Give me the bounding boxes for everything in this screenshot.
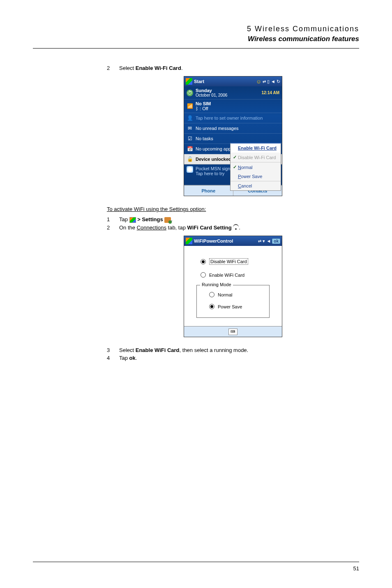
owner-icon: 👤 (187, 115, 193, 121)
step-number: 2 (107, 225, 119, 231)
checkmark-icon: ✓ (233, 155, 238, 160)
keyboard-icon[interactable]: ⌨ (228, 329, 238, 335)
titlebar-text: Start (194, 79, 256, 84)
msn-icon (187, 166, 193, 173)
step-text: Tap > Settings . (119, 216, 359, 223)
section-title: Wireless communication features (33, 35, 359, 43)
wifi-fan-icon (233, 225, 239, 231)
checkmark-icon: ✓ (233, 164, 238, 170)
step-text: Select Enable Wi-Fi Card. (119, 65, 359, 71)
clock-icon: ⏱ (187, 90, 193, 96)
radio-label: Enable WiFi Card (209, 273, 244, 278)
status-icons: ☺ ⇄ ▯ ◄ ↻ (256, 79, 280, 85)
speaker-icon: ◄ (271, 79, 275, 84)
wm-today-screen: Start ☺ ⇄ ▯ ◄ ↻ ⏱ Sunday October 01, 200… (184, 76, 282, 196)
sync-arrows-icon: ↻ (277, 79, 280, 84)
bluetooth-icon: ᛒ (196, 106, 198, 111)
calendar-icon: 📅 (187, 146, 193, 152)
ok-button[interactable]: ok (272, 238, 280, 244)
subsection-title: To activate WiFi using the Settings opti… (107, 206, 359, 212)
wpc-titlebar: WiFiPowerControl ⇄ ▾ ◄ ok (184, 236, 282, 246)
radio-icon[interactable] (201, 272, 206, 278)
radio-enable-wifi[interactable]: Enable WiFi Card (192, 272, 274, 278)
substep-2: 2 On the Connections tab, tap WiFi Card … (107, 225, 359, 231)
messages-row[interactable]: ✉ No unread messages (184, 123, 282, 134)
wifi-context-menu: Enable Wi-Fi Card ✓Disable Wi-Fi Card ✓N… (230, 143, 281, 191)
wpc-title-text: WiFiPowerControl (194, 238, 258, 243)
wpc-body: Disable WiFi Card Enable WiFi Card Runni… (184, 246, 282, 326)
bt-status: ᛒ : Off (196, 106, 279, 111)
status-icons: ⇄ ▾ ◄ ok (258, 238, 280, 244)
messages-text: No unread messages (196, 126, 279, 131)
radio-normal[interactable]: Normal (201, 292, 265, 297)
step-text: Tap ok. (119, 355, 359, 361)
step-text: Select Enable WiFi Card, then select a r… (119, 347, 359, 353)
menu-normal[interactable]: ✓Normal (231, 162, 281, 172)
time-text: 12:14 AM (261, 90, 279, 95)
mail-icon: ✉ (187, 125, 193, 132)
step-2: 2 Select Enable Wi-Fi Card. (107, 65, 359, 71)
radio-disable-wifi[interactable]: Disable WiFi Card (192, 258, 274, 265)
context-area: 🔓 Device unlocked Pocket MSN sign Tap he… (184, 154, 282, 185)
page-number: 51 (353, 565, 359, 572)
softkey-phone[interactable]: Phone (184, 185, 233, 196)
radio-label: Power Save (218, 304, 242, 309)
sim-row[interactable]: 📶 No SIM ᛒ : Off (184, 100, 282, 113)
menu-enable-wifi[interactable]: Enable Wi-Fi Card (231, 144, 281, 153)
menu-cancel[interactable]: Cancel (231, 181, 281, 190)
signal-icon: ▾ (263, 238, 265, 244)
screenshot-2-container: WiFiPowerControl ⇄ ▾ ◄ ok Disable WiFi C… (107, 236, 359, 337)
signal-icon: 📶 (187, 103, 193, 109)
substep-3: 3 Select Enable WiFi Card, then select a… (107, 347, 359, 353)
settings-icon (164, 217, 171, 223)
menu-disable-wifi: ✓Disable Wi-Fi Card (231, 153, 281, 162)
owner-text: Tap here to set owner information (196, 116, 279, 120)
step-number: 4 (107, 355, 119, 361)
lock-icon: 🔓 (187, 156, 193, 162)
start-flag-icon[interactable] (186, 78, 192, 85)
running-mode-fieldset: Running Mode Normal Power Save (196, 285, 270, 318)
date-text: October 01, 2006 (196, 93, 261, 97)
start-icon (129, 217, 136, 223)
card-icon: ▯ (267, 79, 270, 84)
step-text: On the Connections tab, tap WiFi Card Se… (119, 225, 359, 231)
no-sim-text: No SIM (196, 101, 279, 106)
wpc-bottombar: ⌨ (184, 326, 282, 337)
radio-label: Normal (218, 292, 232, 297)
date-row[interactable]: ⏱ Sunday October 01, 2006 12:14 AM (184, 86, 282, 100)
owner-row[interactable]: 👤 Tap here to set owner information (184, 113, 282, 123)
radio-powersave[interactable]: Power Save (201, 304, 265, 309)
chapter-title: 5 Wireless Communications (33, 25, 359, 33)
header-divider (33, 48, 359, 49)
screenshot-1-container: Start ☺ ⇄ ▯ ◄ ↻ ⏱ Sunday October 01, 200… (107, 76, 359, 196)
tasks-text: No tasks (196, 136, 279, 141)
page-header: 5 Wireless Communications Wireless commu… (33, 25, 359, 43)
main-content: 2 Select Enable Wi-Fi Card. Start ☺ ⇄ ▯ … (107, 65, 359, 361)
today-body: ⏱ Sunday October 01, 2006 12:14 AM 📶 No … (184, 86, 282, 185)
sync-icon: ⇄ (258, 239, 261, 243)
menu-powersave[interactable]: Power Save (231, 172, 281, 181)
wm-titlebar: Start ☺ ⇄ ▯ ◄ ↻ (184, 76, 282, 86)
substep-1: 1 Tap > Settings . (107, 216, 359, 223)
speaker-icon: ◄ (266, 238, 271, 243)
substep-4: 4 Tap ok. (107, 355, 359, 361)
smiley-icon: ☺ (256, 79, 261, 85)
wifi-power-control-screen: WiFiPowerControl ⇄ ▾ ◄ ok Disable WiFi C… (184, 236, 282, 337)
step-number: 1 (107, 216, 119, 223)
fieldset-legend: Running Mode (200, 282, 233, 287)
start-flag-icon[interactable] (186, 238, 192, 244)
sync-icon: ⇄ (263, 79, 266, 84)
radio-icon[interactable] (209, 304, 214, 309)
radio-label: Disable WiFi Card (209, 258, 248, 265)
page-footer: 51 (33, 562, 359, 572)
step-number: 3 (107, 347, 119, 353)
step-number: 2 (107, 65, 119, 71)
day-text: Sunday (196, 88, 261, 93)
radio-icon[interactable] (201, 259, 206, 264)
tasks-icon: ☑ (187, 135, 193, 142)
radio-icon[interactable] (209, 292, 214, 297)
